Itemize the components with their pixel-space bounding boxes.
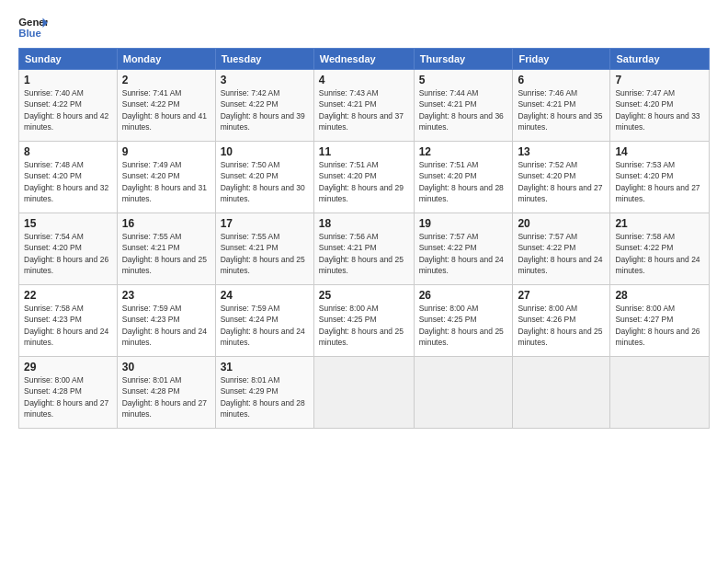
day-cell: 26 Sunrise: 8:00 AMSunset: 4:25 PMDaylig…	[414, 285, 513, 357]
day-number: 22	[24, 289, 112, 302]
logo: General Blue	[18, 15, 48, 40]
day-cell: 21 Sunrise: 7:58 AMSunset: 4:22 PMDaylig…	[610, 213, 710, 285]
logo-icon: General Blue	[18, 15, 48, 40]
weekday-header-saturday: Saturday	[610, 49, 710, 70]
day-cell	[414, 357, 513, 429]
day-info: Sunrise: 7:55 AMSunset: 4:21 PMDaylight:…	[221, 232, 305, 275]
day-info: Sunrise: 7:59 AMSunset: 4:23 PMDaylight:…	[122, 304, 207, 347]
day-number: 13	[518, 145, 605, 158]
day-number: 2	[122, 74, 210, 86]
day-cell: 18 Sunrise: 7:56 AMSunset: 4:21 PMDaylig…	[313, 213, 414, 285]
day-info: Sunrise: 7:55 AMSunset: 4:21 PMDaylight:…	[122, 232, 207, 275]
day-info: Sunrise: 7:57 AMSunset: 4:22 PMDaylight:…	[518, 232, 602, 275]
day-info: Sunrise: 7:53 AMSunset: 4:20 PMDaylight:…	[615, 160, 700, 203]
day-cell: 15 Sunrise: 7:54 AMSunset: 4:20 PMDaylig…	[19, 213, 118, 285]
day-cell: 30 Sunrise: 8:01 AMSunset: 4:28 PMDaylig…	[117, 357, 215, 429]
day-number: 11	[319, 145, 409, 158]
weekday-header-sunday: Sunday	[19, 49, 118, 70]
day-cell: 29 Sunrise: 8:00 AMSunset: 4:28 PMDaylig…	[19, 357, 118, 429]
day-number: 28	[615, 289, 704, 302]
day-cell: 27 Sunrise: 8:00 AMSunset: 4:26 PMDaylig…	[513, 285, 610, 357]
day-number: 26	[419, 289, 508, 302]
day-number: 9	[122, 145, 210, 158]
weekday-header-row: SundayMondayTuesdayWednesdayThursdayFrid…	[19, 49, 710, 70]
day-cell: 28 Sunrise: 8:00 AMSunset: 4:27 PMDaylig…	[610, 285, 710, 357]
day-info: Sunrise: 7:47 AMSunset: 4:20 PMDaylight:…	[615, 88, 700, 132]
week-row-2: 8 Sunrise: 7:48 AMSunset: 4:20 PMDayligh…	[19, 142, 710, 213]
page: General Blue SundayMondayTuesdayWednesda…	[0, 0, 728, 563]
day-number: 18	[319, 217, 409, 230]
day-cell: 12 Sunrise: 7:51 AMSunset: 4:20 PMDaylig…	[414, 142, 513, 213]
header: General Blue	[18, 15, 710, 40]
day-cell: 8 Sunrise: 7:48 AMSunset: 4:20 PMDayligh…	[19, 142, 118, 213]
day-info: Sunrise: 8:01 AMSunset: 4:28 PMDaylight:…	[122, 375, 207, 419]
day-info: Sunrise: 8:00 AMSunset: 4:25 PMDaylight:…	[319, 304, 404, 347]
day-info: Sunrise: 7:54 AMSunset: 4:20 PMDaylight:…	[24, 232, 108, 275]
day-number: 3	[221, 74, 309, 86]
week-row-3: 15 Sunrise: 7:54 AMSunset: 4:20 PMDaylig…	[19, 213, 710, 285]
day-number: 10	[221, 145, 309, 158]
day-info: Sunrise: 8:00 AMSunset: 4:25 PMDaylight:…	[419, 304, 504, 347]
day-number: 12	[419, 145, 508, 158]
day-number: 15	[24, 217, 112, 230]
day-number: 19	[419, 217, 508, 230]
day-number: 27	[518, 289, 605, 302]
day-cell: 10 Sunrise: 7:50 AMSunset: 4:20 PMDaylig…	[215, 142, 313, 213]
week-row-4: 22 Sunrise: 7:58 AMSunset: 4:23 PMDaylig…	[19, 285, 710, 357]
week-row-5: 29 Sunrise: 8:00 AMSunset: 4:28 PMDaylig…	[19, 357, 710, 429]
day-number: 21	[615, 217, 704, 230]
day-info: Sunrise: 7:49 AMSunset: 4:20 PMDaylight:…	[122, 160, 207, 203]
day-number: 14	[615, 145, 704, 158]
day-info: Sunrise: 8:01 AMSunset: 4:29 PMDaylight:…	[221, 375, 305, 419]
day-cell: 25 Sunrise: 8:00 AMSunset: 4:25 PMDaylig…	[313, 285, 414, 357]
day-info: Sunrise: 7:48 AMSunset: 4:20 PMDaylight:…	[24, 160, 108, 203]
weekday-header-thursday: Thursday	[414, 49, 513, 70]
day-info: Sunrise: 7:42 AMSunset: 4:22 PMDaylight:…	[221, 88, 305, 132]
day-cell: 17 Sunrise: 7:55 AMSunset: 4:21 PMDaylig…	[215, 213, 313, 285]
day-cell: 1 Sunrise: 7:40 AMSunset: 4:22 PMDayligh…	[19, 70, 118, 142]
day-info: Sunrise: 7:58 AMSunset: 4:22 PMDaylight:…	[615, 232, 700, 275]
weekday-header-tuesday: Tuesday	[215, 49, 313, 70]
day-info: Sunrise: 7:51 AMSunset: 4:20 PMDaylight:…	[419, 160, 504, 203]
day-cell: 20 Sunrise: 7:57 AMSunset: 4:22 PMDaylig…	[513, 213, 610, 285]
day-info: Sunrise: 7:52 AMSunset: 4:20 PMDaylight:…	[518, 160, 602, 203]
calendar: SundayMondayTuesdayWednesdayThursdayFrid…	[18, 48, 710, 429]
day-cell: 11 Sunrise: 7:51 AMSunset: 4:20 PMDaylig…	[313, 142, 414, 213]
day-cell: 9 Sunrise: 7:49 AMSunset: 4:20 PMDayligh…	[117, 142, 215, 213]
day-cell: 23 Sunrise: 7:59 AMSunset: 4:23 PMDaylig…	[117, 285, 215, 357]
day-cell: 24 Sunrise: 7:59 AMSunset: 4:24 PMDaylig…	[215, 285, 313, 357]
day-cell	[610, 357, 710, 429]
day-cell: 7 Sunrise: 7:47 AMSunset: 4:20 PMDayligh…	[610, 70, 710, 142]
day-number: 30	[122, 361, 210, 373]
week-row-1: 1 Sunrise: 7:40 AMSunset: 4:22 PMDayligh…	[19, 70, 710, 142]
day-cell: 5 Sunrise: 7:44 AMSunset: 4:21 PMDayligh…	[414, 70, 513, 142]
day-info: Sunrise: 7:46 AMSunset: 4:21 PMDaylight:…	[518, 88, 602, 132]
day-info: Sunrise: 7:43 AMSunset: 4:21 PMDaylight:…	[319, 88, 404, 132]
day-number: 23	[122, 289, 210, 302]
day-info: Sunrise: 7:57 AMSunset: 4:22 PMDaylight:…	[419, 232, 504, 275]
day-info: Sunrise: 7:40 AMSunset: 4:22 PMDaylight:…	[24, 88, 108, 132]
day-info: Sunrise: 8:00 AMSunset: 4:28 PMDaylight:…	[24, 375, 108, 419]
day-number: 31	[221, 361, 309, 373]
day-info: Sunrise: 7:51 AMSunset: 4:20 PMDaylight:…	[319, 160, 404, 203]
day-cell: 19 Sunrise: 7:57 AMSunset: 4:22 PMDaylig…	[414, 213, 513, 285]
day-info: Sunrise: 7:56 AMSunset: 4:21 PMDaylight:…	[319, 232, 404, 275]
day-number: 7	[615, 74, 704, 86]
day-cell: 16 Sunrise: 7:55 AMSunset: 4:21 PMDaylig…	[117, 213, 215, 285]
day-number: 25	[319, 289, 409, 302]
day-info: Sunrise: 7:58 AMSunset: 4:23 PMDaylight:…	[24, 304, 108, 347]
day-number: 6	[518, 74, 605, 86]
day-cell: 22 Sunrise: 7:58 AMSunset: 4:23 PMDaylig…	[19, 285, 118, 357]
day-info: Sunrise: 8:00 AMSunset: 4:27 PMDaylight:…	[615, 304, 700, 347]
day-number: 17	[221, 217, 309, 230]
day-cell: 6 Sunrise: 7:46 AMSunset: 4:21 PMDayligh…	[513, 70, 610, 142]
day-cell: 13 Sunrise: 7:52 AMSunset: 4:20 PMDaylig…	[513, 142, 610, 213]
day-number: 1	[24, 74, 112, 86]
weekday-header-wednesday: Wednesday	[313, 49, 414, 70]
weekday-header-monday: Monday	[117, 49, 215, 70]
day-cell: 14 Sunrise: 7:53 AMSunset: 4:20 PMDaylig…	[610, 142, 710, 213]
day-cell	[513, 357, 610, 429]
day-number: 8	[24, 145, 112, 158]
day-number: 16	[122, 217, 210, 230]
day-info: Sunrise: 7:41 AMSunset: 4:22 PMDaylight:…	[122, 88, 207, 132]
